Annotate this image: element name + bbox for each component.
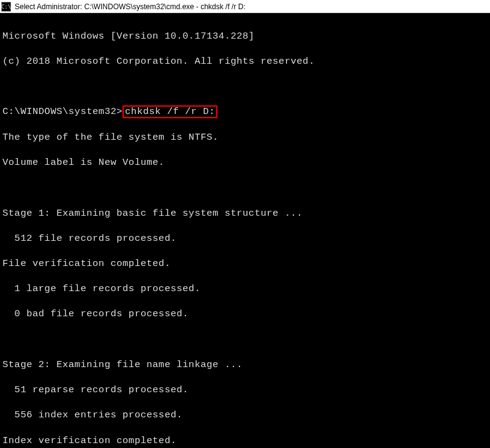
stage1-line: File verification completed.: [2, 257, 488, 270]
copyright-line: (c) 2018 Microsoft Corporation. All righ…: [2, 55, 488, 68]
window-title: Select Administrator: C:\WINDOWS\system3…: [15, 2, 246, 11]
stage2-line: 51 reparse records processed.: [2, 384, 488, 397]
stage2-line: Index verification completed.: [2, 435, 488, 447]
prompt-text: C:\WINDOWS\system32>: [2, 106, 123, 117]
version-line: Microsoft Windows [Version 10.0.17134.22…: [2, 30, 488, 43]
command-highlight: chkdsk /f /r D:: [123, 105, 217, 118]
stage1-line: 0 bad file records processed.: [2, 308, 488, 321]
fs-type-line: The type of the file system is NTFS.: [2, 131, 488, 144]
blank-line: [2, 80, 488, 93]
volume-label-line: Volume label is New Volume.: [2, 156, 488, 169]
stage1-header: Stage 1: Examining basic file system str…: [2, 207, 488, 220]
blank-line: [2, 333, 488, 346]
stage2-header: Stage 2: Examining file name linkage ...: [2, 359, 488, 371]
blank-line: [2, 181, 488, 194]
terminal-output[interactable]: Microsoft Windows [Version 10.0.17134.22…: [0, 13, 490, 448]
command-line: C:\WINDOWS\system32>chkdsk /f /r D:: [2, 105, 488, 118]
stage1-line: 512 file records processed.: [2, 232, 488, 245]
stage1-line: 1 large file records processed.: [2, 283, 488, 295]
cmd-icon: C:\: [1, 2, 11, 12]
stage2-line: 556 index entries processed.: [2, 409, 488, 422]
window-titlebar[interactable]: C:\ Select Administrator: C:\WINDOWS\sys…: [0, 0, 490, 13]
